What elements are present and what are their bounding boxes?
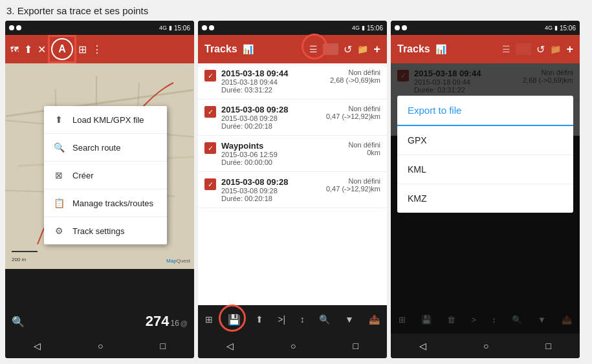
view-icon-3[interactable] xyxy=(516,43,531,55)
square-nav-2[interactable]: □ xyxy=(353,341,358,351)
view-icon[interactable] xyxy=(323,43,338,55)
square-nav[interactable]: □ xyxy=(160,341,166,351)
export-option-kml[interactable]: KML xyxy=(397,155,573,184)
status-right: 4G ▮ 15:06 xyxy=(159,25,190,32)
track-dur-4: Durée: 00:20:18 xyxy=(221,195,326,202)
grid-icon[interactable]: ⊞ xyxy=(78,43,87,56)
location-icon[interactable]: ⬆ xyxy=(24,43,32,56)
page-title: 3. Exporter sa trace et ses points xyxy=(6,5,148,16)
upload-icon: ⬆ xyxy=(52,112,66,127)
signal-3: 4G xyxy=(545,25,553,31)
time-label-1: 15:06 xyxy=(174,25,190,32)
panels-container: 4G ▮ 15:06 🗺 ⬆ ✕ A ⊞ ⋮ xyxy=(5,21,580,358)
toolbar-search[interactable]: 🔍 xyxy=(319,314,330,325)
track-meta-3: Non défini 0km xyxy=(348,141,380,156)
signal-2: 4G xyxy=(352,25,360,31)
track-checkbox-1[interactable]: ✓ xyxy=(204,70,216,81)
battery-3: ▮ xyxy=(554,25,558,31)
save-btn-container: 💾 xyxy=(228,314,241,326)
chart-icon-3[interactable]: 📊 xyxy=(435,44,446,54)
track-item-3[interactable]: ✓ Waypoints 2015-03-06 12:59 Durée: 00:0… xyxy=(198,136,387,172)
toolbar-grid[interactable]: ⊞ xyxy=(205,314,213,325)
menu-item-track-settings[interactable]: ⚙ Track settings ◀ xyxy=(44,217,167,244)
export-option-kmz[interactable]: KMZ xyxy=(397,184,573,213)
add-track-btn[interactable]: + xyxy=(373,43,380,56)
select-icon-3[interactable]: ☰ xyxy=(502,44,510,54)
panel-2-tracks: 4G ▮ 15:06 Tracks 📊 ☰ ↺ 📁 + xyxy=(198,21,387,358)
track-list-2: ✓ 2015-03-18 09:44 2015-03-18 09:44 Duré… xyxy=(198,63,387,305)
more-icon[interactable]: ⋮ xyxy=(92,43,102,56)
track-name-1: 2015-03-18 09:44 xyxy=(221,69,330,78)
menu-item-manage[interactable]: 📋 Manage tracks/routes xyxy=(44,189,167,217)
track-item-4[interactable]: ✓ 2015-03-08 09:28 2015-03-08 09:28 Duré… xyxy=(198,172,387,208)
select-icon-2[interactable]: ☰ xyxy=(309,44,318,54)
status-right-3: 4G ▮ 15:06 xyxy=(545,25,576,32)
panel-3-export: 4G ▮ 15:06 Tracks 📊 ☰ ↺ 📁 + xyxy=(391,21,580,358)
back-nav[interactable]: ◁ xyxy=(34,341,41,351)
folder-icon[interactable]: 📁 xyxy=(357,44,368,54)
folder-icon-3[interactable]: 📁 xyxy=(550,44,561,54)
compass-display: 274 16 @ xyxy=(146,313,188,330)
chart-icon[interactable]: 📊 xyxy=(243,44,254,54)
menu-item-load-kml[interactable]: ⬆ Load KML/GPX file xyxy=(44,106,167,134)
track-dur-3: Durée: 00:00:00 xyxy=(221,158,348,166)
search-btn-1[interactable]: 🔍 xyxy=(12,316,25,328)
track-checkbox-3[interactable]: ✓ xyxy=(204,142,216,154)
back-nav-2[interactable]: ◁ xyxy=(226,341,234,351)
status-left-2 xyxy=(202,25,214,30)
save-btn[interactable]: 💾 xyxy=(228,314,241,325)
track-info-2: 2015-03-08 09:28 2015-03-08 09:28 Durée:… xyxy=(221,105,326,130)
export-option-gpx[interactable]: GPX ◀ xyxy=(397,126,573,155)
tracks-area-3: ✓ 2015-03-18 09:44 2015-03-18 09:44 Duré… xyxy=(391,63,580,334)
nav-dots-2: ◁ ○ □ xyxy=(198,334,387,358)
track-meta-top-3: Non défini xyxy=(348,141,380,149)
bottom-bar-1: 🔍 274 16 @ xyxy=(5,309,194,334)
track-item-2[interactable]: ✓ 2015-03-08 09:28 2015-03-08 09:28 Duré… xyxy=(198,100,387,136)
home-nav-2[interactable]: ○ xyxy=(291,341,296,351)
map-icon[interactable]: 🗺 xyxy=(10,45,19,54)
gear-icon: ⚙ xyxy=(52,224,66,238)
track-info-1: 2015-03-18 09:44 2015-03-18 09:44 Durée:… xyxy=(221,69,330,94)
status-bar-1: 4G ▮ 15:06 xyxy=(5,21,194,35)
status-right-2: 4G ▮ 15:06 xyxy=(352,25,383,32)
toolbar-next[interactable]: >| xyxy=(278,314,285,325)
menu-label-search-route: Search route xyxy=(72,143,120,153)
toolbar-filter[interactable]: ▼ xyxy=(345,314,354,325)
toolbar-share[interactable]: 📤 xyxy=(369,314,380,325)
square-nav-3[interactable]: □ xyxy=(546,341,551,351)
kmz-label: KMZ xyxy=(408,193,427,204)
menu-circle-button[interactable]: A xyxy=(51,38,73,60)
tracks-header-left-3: Tracks 📊 xyxy=(397,43,446,55)
track-item-1[interactable]: ✓ 2015-03-18 09:44 2015-03-18 09:44 Duré… xyxy=(198,63,387,100)
track-meta-bot-1: 2,68 (->0,69)km xyxy=(330,76,380,84)
status-left-3 xyxy=(395,25,407,30)
track-checkbox-4[interactable]: ✓ xyxy=(204,178,216,190)
refresh-icon[interactable]: ↺ xyxy=(344,43,352,56)
track-date-3: 2015-03-06 12:59 xyxy=(221,151,348,158)
track-checkbox-2[interactable]: ✓ xyxy=(204,106,216,118)
home-nav-3[interactable]: ○ xyxy=(483,341,488,351)
export-dialog: Export to file GPX ◀ KML KMZ xyxy=(397,96,573,213)
home-nav[interactable]: ○ xyxy=(98,341,103,351)
scale-bar: 200 m xyxy=(12,251,38,264)
map-area: Presque monde 200 m MapQuest ⬆ Load KML/… xyxy=(5,63,194,269)
track-name-3: Waypoints xyxy=(221,141,348,151)
menu-label-load-kml: Load KML/GPX file xyxy=(72,115,144,125)
nav-dots-3: ◁ ○ □ xyxy=(391,334,580,358)
manage-icon: 📋 xyxy=(52,196,66,210)
toolbar-upload[interactable]: ⬆ xyxy=(256,314,263,325)
status-dot-5 xyxy=(395,25,400,30)
menu-item-creer[interactable]: ⊠ Créer xyxy=(44,162,167,189)
back-nav-3[interactable]: ◁ xyxy=(419,341,426,351)
status-dot-3 xyxy=(202,25,207,30)
toolbar-sort[interactable]: ↕ xyxy=(300,314,305,325)
compass-value: 274 xyxy=(146,313,170,330)
tracks-title-3: Tracks xyxy=(397,43,430,55)
refresh-icon-3[interactable]: ↺ xyxy=(536,43,545,56)
map-credit: MapQuest xyxy=(166,258,190,264)
status-dot-2 xyxy=(16,25,21,30)
add-track-btn-3[interactable]: + xyxy=(566,43,573,56)
menu-item-search-route[interactable]: 🔍 Search route xyxy=(44,134,167,162)
close-icon[interactable]: ✕ xyxy=(38,43,46,56)
dropdown-menu: ⬆ Load KML/GPX file 🔍 Search route ⊠ Cré… xyxy=(44,106,167,244)
